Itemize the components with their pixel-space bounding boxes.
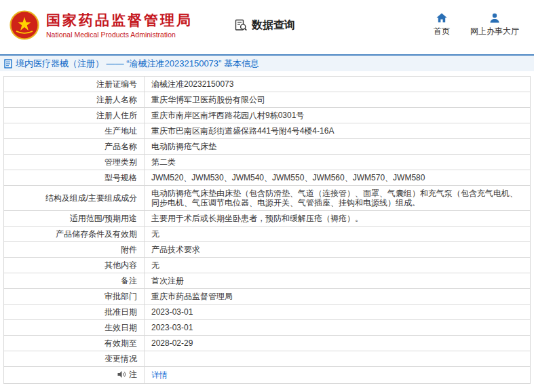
row-label: 管理类别 — [4, 155, 145, 170]
table-row: 附件产品技术要求 — [4, 242, 531, 258]
row-label: 生效日期 — [4, 320, 145, 336]
row-value: 渝械注准20232150073 — [145, 77, 531, 92]
row-label: 批准日期 — [4, 305, 145, 320]
row-value: 第二类 — [145, 155, 531, 170]
registration-info-table: 注册证编号渝械注准20232150073 注册人名称重庆华博军卫医药股份有限公司… — [3, 76, 531, 384]
row-value — [145, 351, 531, 367]
nav-data-query[interactable]: 数据查询 — [235, 18, 295, 33]
row-label: 附件 — [4, 242, 145, 258]
table-row: 生产地址重庆市巴南区南彭街道盛保路441号附4号4楼4-16A — [4, 123, 531, 139]
table-row: 管理类别第二类 — [4, 155, 531, 170]
table-row: 产品储存条件及有效期无 — [4, 227, 531, 242]
row-label: 产品储存条件及有效期 — [4, 227, 145, 242]
row-label-note: 注 — [4, 367, 145, 384]
row-value: 无 — [145, 227, 531, 242]
nav-service-hall[interactable]: 网上办事大厅 — [470, 13, 519, 37]
table-row: 审批部门重庆市药品监督管理局 — [4, 289, 531, 305]
row-value: 重庆市巴南区南彭街道盛保路441号附4号4楼4-16A — [145, 123, 531, 139]
row-label: 生产地址 — [4, 123, 145, 139]
table-row: 注册证编号渝械注准20232150073 — [4, 77, 531, 92]
row-label: 备注 — [4, 273, 145, 289]
table-row: 注册人住所重庆市南岸区南坪西路花园八村9栋0301号 — [4, 108, 531, 123]
brand: 国家药品监督管理局 National Medical Products Admi… — [9, 10, 193, 40]
row-label: 变更情况 — [4, 351, 145, 367]
table-row: 有效期至2028-02-29 — [4, 336, 531, 351]
page-title: 境内医疗器械（注册） —— “渝械注准20232150073” 基本信息 — [16, 58, 259, 70]
site-header: 国家药品监督管理局 National Medical Products Admi… — [0, 0, 534, 50]
table-row: 注册人名称重庆华博军卫医药股份有限公司 — [4, 92, 531, 108]
agency-name-en: National Medical Products Administration — [46, 31, 193, 39]
data-query-icon — [235, 19, 248, 32]
national-emblem-icon — [9, 10, 39, 40]
row-value: 重庆华博军卫医药股份有限公司 — [145, 92, 531, 108]
row-label: 其他内容 — [4, 258, 145, 273]
table-row: 适用范围/预期用途主要用于术后或长期坐卧患者，预防和缓解压疮（褥疮）。 — [4, 211, 531, 227]
row-value: JWM520、JWM530、JWM540、JWM550、JWM560、JWM57… — [145, 170, 531, 186]
row-value: 2028-02-29 — [145, 336, 531, 351]
row-value: 电动防褥疮气床垫 — [145, 139, 531, 155]
row-label: 注册证编号 — [4, 77, 145, 92]
brand-text: 国家药品监督管理局 National Medical Products Admi… — [46, 12, 193, 39]
nav-data-query-label: 数据查询 — [252, 18, 295, 33]
row-label: 产品名称 — [4, 139, 145, 155]
table-row: 产品名称电动防褥疮气床垫 — [4, 139, 531, 155]
row-value: 重庆市南岸区南坪西路花园八村9栋0301号 — [145, 108, 531, 123]
home-icon — [436, 13, 447, 23]
table-row: 注 详情 — [4, 367, 531, 384]
row-value: 产品技术要求 — [145, 242, 531, 258]
agency-name-cn: 国家药品监督管理局 — [46, 12, 193, 28]
page-title-bar: 境内医疗器械（注册） —— “渝械注准20232150073” 基本信息 — [0, 54, 534, 71]
table-row: 型号规格JWM520、JWM530、JWM540、JWM550、JWM560、J… — [4, 170, 531, 186]
table-row: 生效日期2023-03-01 — [4, 320, 531, 336]
header-nav: 首页 网上办事大厅 — [434, 13, 525, 37]
row-label: 注册人名称 — [4, 92, 145, 108]
nav-service-hall-label: 网上办事大厅 — [470, 26, 519, 37]
row-value: 电动防褥疮气床垫由床垫（包含防滑垫、气道（连接管）、面罩、气囊组）和充气泵（包含… — [145, 186, 531, 211]
row-label: 型号规格 — [4, 170, 145, 186]
row-label: 适用范围/预期用途 — [4, 211, 145, 227]
row-value: 重庆市药品监督管理局 — [145, 289, 531, 305]
document-icon — [4, 59, 12, 68]
row-label: 审批部门 — [4, 289, 145, 305]
table-row: 变更情况 — [4, 351, 531, 367]
speaker-icon — [117, 370, 126, 378]
row-value: 首次注册 — [145, 273, 531, 289]
table-row: 批准日期2023-03-01 — [4, 305, 531, 320]
row-label: 结构及组成/主要组成成分 — [4, 186, 145, 211]
row-label: 有效期至 — [4, 336, 145, 351]
table-row: 其他内容无 — [4, 258, 531, 273]
nav-home[interactable]: 首页 — [434, 13, 450, 37]
user-icon — [489, 13, 500, 23]
detail-link[interactable]: 详情 — [151, 370, 168, 380]
row-value: 主要用于术后或长期坐卧患者，预防和缓解压疮（褥疮）。 — [145, 211, 531, 227]
row-value: 详情 — [145, 367, 531, 384]
row-value: 无 — [145, 258, 531, 273]
row-value: 2023-03-01 — [145, 305, 531, 320]
table-row: 备注首次注册 — [4, 273, 531, 289]
nav-home-label: 首页 — [434, 26, 450, 37]
row-value: 2023-03-01 — [145, 320, 531, 336]
row-label: 注册人住所 — [4, 108, 145, 123]
table-row: 结构及组成/主要组成成分电动防褥疮气床垫由床垫（包含防滑垫、气道（连接管）、面罩… — [4, 186, 531, 211]
